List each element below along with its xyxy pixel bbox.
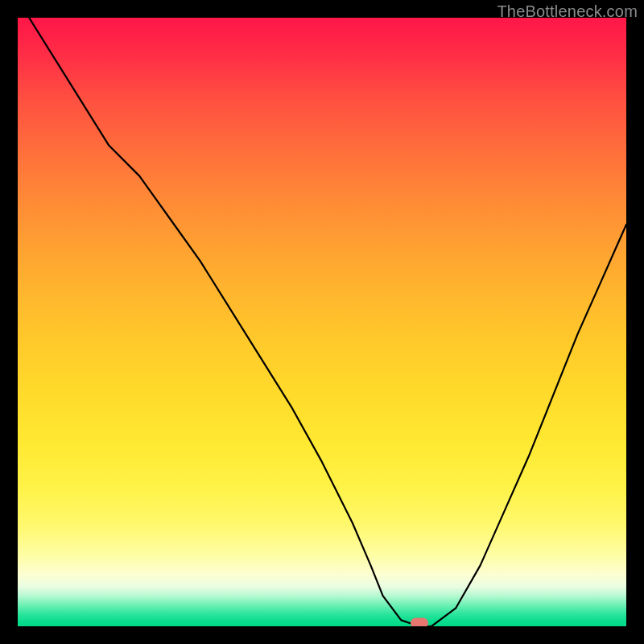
chart-frame: TheBottleneck.com	[0, 0, 644, 644]
bottleneck-curve	[18, 18, 626, 626]
optimal-point-marker	[411, 618, 428, 626]
plot-area	[18, 18, 626, 626]
curve-path	[18, 18, 626, 626]
